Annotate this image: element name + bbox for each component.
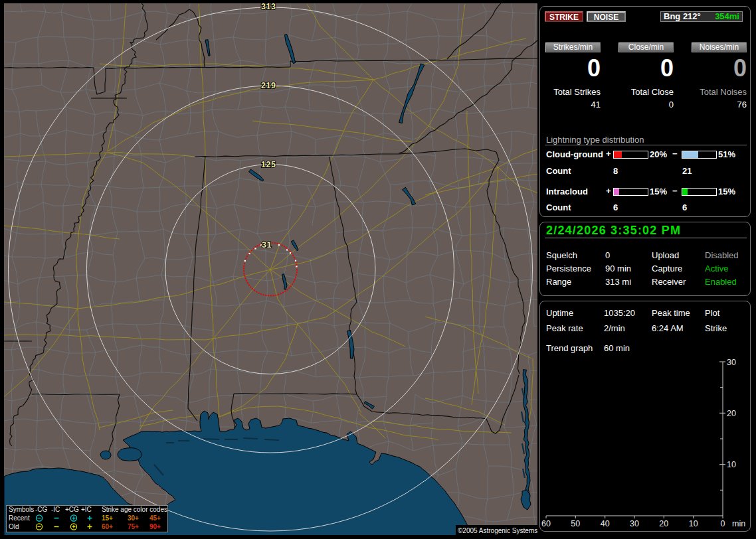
svg-text:©2005 Astrogenic Systems: ©2005 Astrogenic Systems [458,527,537,534]
svg-text:0: 0 [721,519,725,528]
svg-text:60: 60 [541,519,551,528]
svg-text:10: 10 [727,460,736,469]
svg-text:20: 20 [659,519,668,528]
svg-text:min: min [732,519,745,528]
svg-text:10: 10 [689,519,698,528]
svg-text:31: 31 [262,240,272,250]
svg-text:219: 219 [261,81,276,90]
svg-text:50: 50 [571,519,580,528]
svg-text:40: 40 [601,519,610,528]
svg-text:30: 30 [727,358,736,367]
svg-text:125: 125 [261,160,276,169]
svg-text:30: 30 [630,519,639,528]
svg-text:20: 20 [727,409,736,418]
